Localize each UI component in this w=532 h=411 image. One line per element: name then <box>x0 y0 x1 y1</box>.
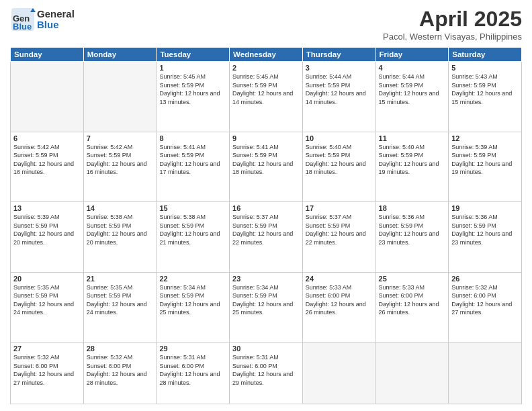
day-info: Sunrise: 5:44 AMSunset: 5:59 PMDaylight:… <box>306 73 373 106</box>
day-info: Sunrise: 5:33 AMSunset: 6:00 PMDaylight:… <box>306 283 373 317</box>
day-info: Sunrise: 5:32 AMSunset: 6:00 PMDaylight:… <box>451 283 519 317</box>
day-number: 22 <box>159 275 226 283</box>
day-info: Sunrise: 5:37 AMSunset: 5:59 PMDaylight:… <box>232 213 300 246</box>
day-number: 24 <box>306 275 373 283</box>
weekday-header-tuesday: Tuesday <box>157 48 230 62</box>
calendar-cell: 11Sunrise: 5:40 AMSunset: 5:59 PMDayligh… <box>375 132 449 202</box>
logo-general: General <box>37 8 75 19</box>
day-info: Sunrise: 5:31 AMSunset: 6:00 PMDaylight:… <box>159 353 226 387</box>
day-number: 10 <box>306 134 373 142</box>
weekday-header-wednesday: Wednesday <box>230 48 303 62</box>
day-number: 9 <box>232 134 300 142</box>
day-number: 16 <box>232 204 300 212</box>
calendar-cell: 26Sunrise: 5:32 AMSunset: 6:00 PMDayligh… <box>449 272 522 342</box>
week-row-1: 1Sunrise: 5:45 AMSunset: 5:59 PMDaylight… <box>11 62 522 132</box>
day-number: 28 <box>87 345 154 353</box>
logo-icon: Gen Blue <box>10 7 36 32</box>
day-number: 12 <box>451 134 519 142</box>
day-info: Sunrise: 5:41 AMSunset: 5:59 PMDaylight:… <box>159 143 226 177</box>
weekday-header-saturday: Saturday <box>449 48 522 62</box>
day-info: Sunrise: 5:36 AMSunset: 5:59 PMDaylight:… <box>379 213 446 246</box>
day-info: Sunrise: 5:37 AMSunset: 5:59 PMDaylight:… <box>306 213 373 246</box>
calendar-cell <box>375 342 449 404</box>
calendar-cell: 30Sunrise: 5:31 AMSunset: 6:00 PMDayligh… <box>230 342 303 404</box>
calendar-cell: 2Sunrise: 5:45 AMSunset: 5:59 PMDaylight… <box>230 62 303 132</box>
day-info: Sunrise: 5:34 AMSunset: 5:59 PMDaylight:… <box>232 283 300 317</box>
calendar-cell: 21Sunrise: 5:35 AMSunset: 5:59 PMDayligh… <box>83 272 157 342</box>
day-info: Sunrise: 5:42 AMSunset: 5:59 PMDaylight:… <box>13 143 81 177</box>
calendar-cell: 28Sunrise: 5:32 AMSunset: 6:00 PMDayligh… <box>83 342 157 404</box>
calendar-cell <box>83 62 157 132</box>
calendar-cell: 27Sunrise: 5:32 AMSunset: 6:00 PMDayligh… <box>11 342 84 404</box>
day-number: 5 <box>451 64 519 72</box>
svg-text:Blue: Blue <box>13 21 32 32</box>
calendar-cell: 8Sunrise: 5:41 AMSunset: 5:59 PMDaylight… <box>157 132 230 202</box>
day-info: Sunrise: 5:40 AMSunset: 5:59 PMDaylight:… <box>306 143 373 177</box>
day-number: 26 <box>451 275 519 283</box>
month-title: April 2025 <box>383 7 522 32</box>
day-number: 15 <box>159 204 226 212</box>
day-info: Sunrise: 5:40 AMSunset: 5:59 PMDaylight:… <box>379 143 446 177</box>
calendar-cell: 14Sunrise: 5:38 AMSunset: 5:59 PMDayligh… <box>83 202 157 273</box>
week-row-5: 27Sunrise: 5:32 AMSunset: 6:00 PMDayligh… <box>11 342 522 404</box>
calendar-cell: 24Sunrise: 5:33 AMSunset: 6:00 PMDayligh… <box>302 272 375 342</box>
title-block: April 2025 Pacol, Western Visayas, Phili… <box>383 7 522 42</box>
day-number: 4 <box>379 64 446 72</box>
calendar-cell: 12Sunrise: 5:39 AMSunset: 5:59 PMDayligh… <box>449 132 522 202</box>
calendar-cell: 23Sunrise: 5:34 AMSunset: 5:59 PMDayligh… <box>230 272 303 342</box>
calendar-cell: 20Sunrise: 5:35 AMSunset: 5:59 PMDayligh… <box>11 272 84 342</box>
day-number: 6 <box>13 134 81 142</box>
day-number: 8 <box>159 134 226 142</box>
calendar-cell <box>449 342 522 404</box>
week-row-2: 6Sunrise: 5:42 AMSunset: 5:59 PMDaylight… <box>11 132 522 202</box>
weekday-header-row: SundayMondayTuesdayWednesdayThursdayFrid… <box>11 48 522 62</box>
day-number: 29 <box>159 345 226 353</box>
weekday-header-sunday: Sunday <box>11 48 84 62</box>
day-info: Sunrise: 5:39 AMSunset: 5:59 PMDaylight:… <box>13 213 81 246</box>
weekday-header-monday: Monday <box>83 48 157 62</box>
weekday-header-friday: Friday <box>375 48 449 62</box>
calendar-cell: 6Sunrise: 5:42 AMSunset: 5:59 PMDaylight… <box>11 132 84 202</box>
week-row-3: 13Sunrise: 5:39 AMSunset: 5:59 PMDayligh… <box>11 202 522 273</box>
calendar-cell: 13Sunrise: 5:39 AMSunset: 5:59 PMDayligh… <box>11 202 84 273</box>
calendar-cell: 7Sunrise: 5:42 AMSunset: 5:59 PMDaylight… <box>83 132 157 202</box>
calendar-cell: 9Sunrise: 5:41 AMSunset: 5:59 PMDaylight… <box>230 132 303 202</box>
day-number: 7 <box>87 134 154 142</box>
day-number: 20 <box>13 275 81 283</box>
header: Gen Blue General Blue April 2025 Pacol, … <box>10 7 522 42</box>
day-info: Sunrise: 5:32 AMSunset: 6:00 PMDaylight:… <box>87 353 154 387</box>
calendar-cell: 22Sunrise: 5:34 AMSunset: 5:59 PMDayligh… <box>157 272 230 342</box>
day-number: 3 <box>306 64 373 72</box>
day-info: Sunrise: 5:31 AMSunset: 6:00 PMDaylight:… <box>232 353 300 387</box>
day-number: 2 <box>232 64 300 72</box>
day-info: Sunrise: 5:33 AMSunset: 6:00 PMDaylight:… <box>379 283 446 317</box>
calendar-cell: 10Sunrise: 5:40 AMSunset: 5:59 PMDayligh… <box>302 132 375 202</box>
calendar-cell: 4Sunrise: 5:44 AMSunset: 5:59 PMDaylight… <box>375 62 449 132</box>
day-info: Sunrise: 5:38 AMSunset: 5:59 PMDaylight:… <box>87 213 154 246</box>
day-info: Sunrise: 5:41 AMSunset: 5:59 PMDaylight:… <box>232 143 300 177</box>
day-info: Sunrise: 5:36 AMSunset: 5:59 PMDaylight:… <box>451 213 519 246</box>
day-info: Sunrise: 5:38 AMSunset: 5:59 PMDaylight:… <box>159 213 226 246</box>
day-info: Sunrise: 5:39 AMSunset: 5:59 PMDaylight:… <box>451 143 519 177</box>
day-info: Sunrise: 5:35 AMSunset: 5:59 PMDaylight:… <box>87 283 154 317</box>
calendar-body: 1Sunrise: 5:45 AMSunset: 5:59 PMDaylight… <box>11 62 522 404</box>
day-number: 14 <box>87 204 154 212</box>
day-info: Sunrise: 5:45 AMSunset: 5:59 PMDaylight:… <box>232 73 300 106</box>
day-info: Sunrise: 5:45 AMSunset: 5:59 PMDaylight:… <box>159 73 226 106</box>
day-info: Sunrise: 5:43 AMSunset: 5:59 PMDaylight:… <box>451 73 519 106</box>
calendar-cell: 19Sunrise: 5:36 AMSunset: 5:59 PMDayligh… <box>449 202 522 273</box>
day-number: 1 <box>159 64 226 72</box>
calendar-cell: 16Sunrise: 5:37 AMSunset: 5:59 PMDayligh… <box>230 202 303 273</box>
logo-blue: Blue <box>37 19 59 30</box>
calendar-cell: 25Sunrise: 5:33 AMSunset: 6:00 PMDayligh… <box>375 272 449 342</box>
calendar-cell <box>302 342 375 404</box>
weekday-header-thursday: Thursday <box>302 48 375 62</box>
day-number: 25 <box>379 275 446 283</box>
calendar-cell: 15Sunrise: 5:38 AMSunset: 5:59 PMDayligh… <box>157 202 230 273</box>
day-number: 30 <box>232 345 300 353</box>
day-info: Sunrise: 5:34 AMSunset: 5:59 PMDaylight:… <box>159 283 226 317</box>
day-number: 21 <box>87 275 154 283</box>
calendar-table: SundayMondayTuesdayWednesdayThursdayFrid… <box>10 47 522 404</box>
day-number: 27 <box>13 345 81 353</box>
calendar-cell: 29Sunrise: 5:31 AMSunset: 6:00 PMDayligh… <box>157 342 230 404</box>
